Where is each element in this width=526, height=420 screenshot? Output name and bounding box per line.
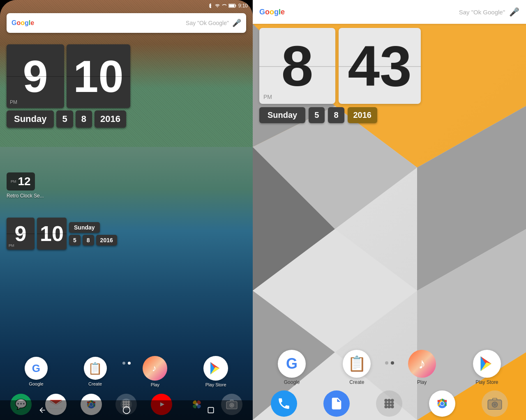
svg-point-46: [391, 405, 394, 409]
year-card-medium: 2016: [96, 235, 117, 246]
hour-card-large: PM 9: [7, 44, 64, 108]
search-placeholder-right: Say "Ok Google": [285, 9, 505, 16]
app-icon-create-right[interactable]: 📋 Create: [343, 350, 371, 385]
svg-rect-1: [235, 5, 236, 7]
hour-value-right: 8: [281, 37, 314, 95]
play-label-right: Play: [417, 379, 427, 385]
date-card-right: 8: [328, 107, 344, 123]
clock-widget-medium: PM 9 10 Sunday 5 8 2016: [7, 218, 246, 250]
hour-card-right: PM 8: [259, 28, 335, 104]
date-card-medium: 8: [83, 235, 94, 246]
page-dots-left: [0, 362, 253, 365]
status-bar-left: 9:10: [0, 0, 253, 11]
svg-point-50: [440, 402, 444, 406]
app-icon-play-right[interactable]: ♪ Play: [408, 350, 436, 385]
wifi-icon: [215, 3, 220, 8]
play-label-left: Play: [151, 382, 159, 387]
app-icon-playstore-right[interactable]: Play Store: [473, 350, 501, 385]
small-clock: PM 12: [7, 172, 35, 190]
app-icon-google-right[interactable]: G Google: [278, 350, 306, 385]
minute-card-right: 43: [339, 28, 421, 104]
search-bar-right[interactable]: Google Say "Ok Google" 🎤: [253, 0, 526, 24]
hour-value-medium: 9: [15, 221, 27, 246]
app-dock-left: G Google 📋 Create ♪ Play: [0, 356, 253, 387]
date-row-right: Sunday 5 8 2016: [259, 107, 519, 123]
google-logo-right: Google: [259, 8, 285, 16]
app-icon-create-left[interactable]: 📋 Create: [84, 357, 107, 386]
home-button[interactable]: [118, 402, 135, 418]
play-icon-left: ♪: [143, 356, 167, 381]
bluetooth-icon: [208, 3, 213, 8]
recents-icon: [207, 406, 215, 414]
google-icon-left: G: [25, 357, 48, 380]
clock-widget-large: PM 9 10 Sunday 5 8 2016: [7, 44, 246, 128]
day-card-medium: Sunday: [69, 222, 100, 233]
svg-rect-2: [229, 5, 234, 7]
mic-icon-right[interactable]: 🎤: [509, 7, 519, 17]
chrome-svg-right: [434, 395, 450, 412]
period-right: PM: [263, 94, 272, 100]
hour-value-large: 9: [23, 54, 48, 99]
camera-svg-right: [487, 397, 502, 410]
day-card-right: Sunday: [259, 107, 305, 123]
svg-point-42: [388, 402, 391, 405]
back-icon: [38, 406, 46, 414]
dot-2: [128, 362, 131, 365]
status-time: 9:10: [238, 3, 248, 9]
year-card-right: 2016: [348, 107, 378, 123]
day-card-large: Sunday: [7, 110, 54, 128]
svg-point-43: [391, 402, 394, 405]
home-icon: [122, 406, 131, 414]
dot-r-2: [391, 361, 394, 365]
month-card-medium: 5: [69, 235, 81, 246]
year-card-large: 2016: [95, 110, 126, 128]
camera-right[interactable]: [482, 390, 508, 417]
month-card-right: 5: [309, 107, 325, 123]
apps-grid-right[interactable]: [376, 390, 402, 417]
signal-icon: [222, 3, 227, 8]
docs-app-icon[interactable]: [323, 390, 350, 417]
playstore-icon-left: [203, 356, 228, 381]
phone-left: 9:10 Google Say "Ok Google" 🎤 PM 9 10 Su…: [0, 0, 253, 420]
docs-icon: [330, 397, 344, 411]
phone-app-icon[interactable]: [271, 390, 297, 417]
app-icon-google-left[interactable]: G Google: [25, 357, 48, 386]
svg-point-44: [385, 405, 388, 409]
svg-point-39: [388, 399, 391, 402]
retro-label: Retro Clock Se...: [7, 193, 44, 199]
playstore-label-left: Play Store: [205, 382, 226, 387]
month-card-large: 5: [56, 110, 73, 128]
phone-icon: [277, 397, 291, 411]
back-button[interactable]: [34, 402, 51, 418]
recents-button[interactable]: [203, 402, 219, 418]
small-clock-card: PM 12: [7, 172, 35, 190]
page-dots-right: [253, 361, 526, 365]
clock-widget-right: PM 8 43 Sunday 5 8 2016: [259, 28, 519, 123]
minute-card-medium: 10: [37, 218, 67, 250]
svg-point-40: [391, 399, 394, 402]
period-large: PM: [10, 100, 17, 105]
dot-1: [122, 362, 125, 365]
mic-icon-left[interactable]: 🎤: [232, 18, 241, 28]
app-dock-right: G Google 📋 Create ♪ Play: [253, 350, 526, 385]
svg-point-41: [385, 402, 388, 405]
svg-point-26: [123, 407, 130, 414]
bottom-dock-right: [253, 390, 526, 417]
minute-value-medium: 10: [40, 221, 64, 246]
playstore-label-right: Play Store: [475, 379, 498, 385]
phone-right: Google Say "Ok Google" 🎤 PM 8 43 Sunday …: [253, 0, 526, 420]
dot-r-1: [385, 361, 388, 365]
app-icon-playstore-left[interactable]: Play Store: [203, 356, 228, 387]
google-label-right: Google: [284, 379, 300, 385]
svg-rect-27: [208, 407, 213, 413]
create-label-left: Create: [88, 381, 102, 386]
status-icons: 9:10: [208, 3, 248, 9]
create-icon-left: 📋: [84, 357, 107, 380]
svg-point-38: [385, 399, 388, 402]
app-icon-play-left[interactable]: ♪ Play: [143, 356, 167, 387]
svg-point-45: [388, 405, 391, 409]
search-bar-left[interactable]: Google Say "Ok Google" 🎤: [7, 13, 246, 33]
chrome-right[interactable]: [429, 390, 455, 417]
create-label-right: Create: [349, 379, 364, 385]
date-row-large: Sunday 5 8 2016: [7, 110, 246, 128]
